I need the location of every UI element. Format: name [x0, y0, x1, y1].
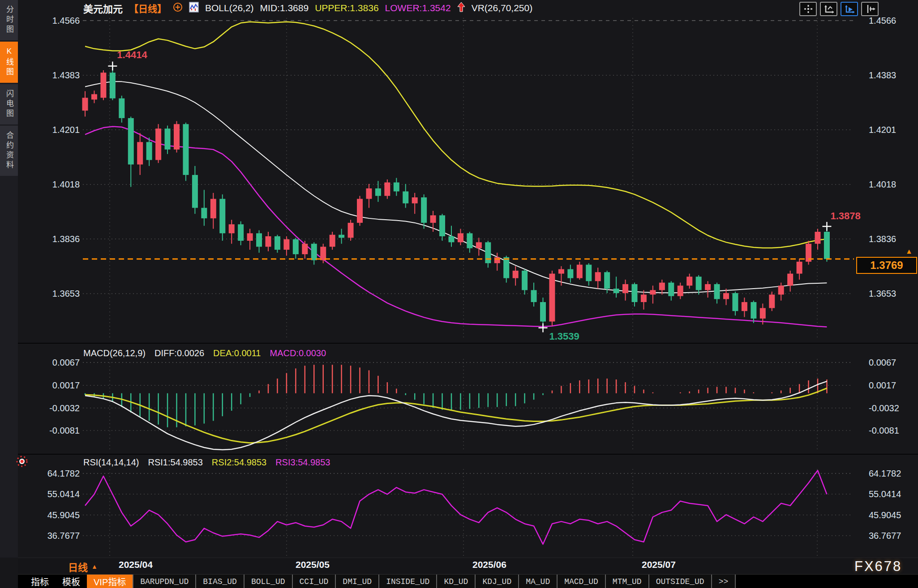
price-marker-cross — [539, 324, 548, 332]
indicator-tab-boll_ud[interactable]: BOLL_UD — [244, 575, 292, 588]
chart-canvas[interactable] — [0, 0, 918, 588]
x-axis-month-label: 2025/06 — [472, 559, 506, 570]
sidebar-item-label: K线图 — [0, 47, 18, 77]
rsi3-value: RSI3:54.9853 — [275, 457, 330, 468]
autoscale-button[interactable] — [841, 2, 858, 16]
indicator-tab-barupdn_ud[interactable]: BARUPDN_UD — [133, 575, 195, 588]
macd-histogram — [85, 365, 827, 427]
axis-shift-button[interactable] — [861, 2, 879, 16]
candlestick-series — [82, 66, 830, 328]
sidebar: 分时图K线图闪电图合约资料 — [0, 0, 18, 558]
rsi-line — [85, 470, 827, 544]
sidebar-item-label: 合约资料 — [0, 131, 18, 170]
axis-range-button[interactable] — [820, 2, 837, 16]
sidebar-item-0[interactable]: 分时图 — [0, 0, 18, 40]
x-axis-row — [18, 558, 918, 575]
rsi-title: RSI(14,14,14) — [83, 457, 139, 468]
sidebar-item-label: 闪电图 — [0, 89, 18, 119]
panel-divider — [18, 454, 918, 455]
month-gridlines — [110, 18, 817, 556]
macd-diff-line — [85, 381, 827, 450]
caret-up-icon: ▲ — [905, 247, 913, 256]
macd-dea-line — [85, 388, 827, 443]
brand-watermark: FX678 — [854, 558, 902, 575]
alarm-dot-icon[interactable] — [15, 455, 29, 470]
chart-header: 美元加元 【日线】 BOLL(26,2) MID:1.3689 UPPER:1.… — [83, 1, 532, 15]
boll-mid-value: MID:1.3689 — [260, 3, 309, 13]
timeframe-selector[interactable]: 日线 ▲ — [68, 559, 98, 574]
price-marker-cross — [822, 222, 831, 231]
indicator-tab-kd_ud[interactable]: KD_UD — [436, 575, 475, 588]
indicator-tab-kdj_ud[interactable]: KDJ_UD — [475, 575, 518, 588]
symbol-name: 美元加元 — [83, 1, 123, 15]
boll-upper-line — [85, 22, 827, 248]
macd-panel-header: MACD(26,12,9) DIFF:0.0026 DEA:0.0011 MAC… — [83, 348, 326, 358]
price-marker-cross — [108, 62, 117, 71]
sidebar-item-1[interactable]: K线图 — [0, 42, 18, 83]
vr-title: VR(26,70,250) — [472, 3, 533, 13]
indicator-tab-[interactable]: 指标 — [24, 575, 56, 588]
indicator-tab-dmi_ud[interactable]: DMI_UD — [335, 575, 378, 588]
caret-up-icon: ▲ — [91, 563, 98, 570]
current-price-box: 1.3769 — [856, 257, 917, 274]
indicator-tab-vip[interactable]: VIP指标 — [87, 575, 133, 588]
period-tag[interactable]: 【日线】 — [129, 1, 167, 15]
indicator-tab-[interactable]: 模板 — [56, 575, 87, 588]
indicator-tab-mtm_ud[interactable]: MTM_UD — [605, 575, 648, 588]
macd-title: MACD(26,12,9) — [83, 348, 146, 358]
macd-macd-value: MACD:0.0030 — [270, 348, 326, 358]
indicator-tab-bias_ud[interactable]: BIAS_UD — [195, 575, 244, 588]
indicator-tab-macd_ud[interactable]: MACD_UD — [557, 575, 605, 588]
sidebar-item-label: 分时图 — [0, 5, 18, 35]
red-up-arrow-icon — [457, 2, 465, 15]
sidebar-item-3[interactable]: 合约资料 — [0, 126, 18, 176]
x-axis-month-label: 2025/05 — [296, 559, 330, 570]
sidebar-item-2[interactable]: 闪电图 — [0, 84, 18, 124]
rsi1-value: RSI1:54.9853 — [148, 457, 203, 468]
rsi-panel-header: RSI(14,14,14) RSI1:54.9853 RSI2:54.9853 … — [83, 457, 330, 468]
crosshair-button[interactable] — [799, 2, 817, 16]
plus-circle-icon[interactable] — [173, 2, 183, 14]
timeframe-label: 日线 — [68, 559, 88, 574]
x-axis-month-label: 2025/07 — [642, 559, 676, 570]
panel-divider — [18, 343, 918, 344]
mini-chart-icon[interactable] — [189, 2, 199, 15]
boll-upper-value: UPPER:1.3836 — [315, 3, 378, 13]
x-axis-month-label: 2025/04 — [119, 559, 153, 570]
indicator-tab-outside_ud[interactable]: OUTSIDE_UD — [648, 575, 711, 588]
indicator-tab-[interactable]: >> — [711, 575, 736, 588]
indicator-tab-ma_ud[interactable]: MA_UD — [518, 575, 557, 588]
macd-dea-value: DEA:0.0011 — [213, 348, 261, 358]
rsi2-value: RSI2:54.9853 — [212, 457, 266, 468]
trading-app-window: 分时图K线图闪电图合约资料 美元加元 【日线】 BOLL(26,2) MID:1… — [0, 0, 918, 588]
indicator-tab-cci_ud[interactable]: CCI_UD — [292, 575, 335, 588]
boll-lower-value: LOWER:1.3542 — [385, 3, 451, 13]
indicator-tab-inside_ud[interactable]: INSIDE_UD — [378, 575, 436, 588]
chart-toolbar — [799, 2, 879, 16]
indicator-tab-bar: 指标模板VIP指标BARUPDN_UDBIAS_UDBOLL_UDCCI_UDD… — [18, 574, 918, 588]
macd-diff-value: DIFF:0.0026 — [154, 348, 204, 358]
boll-title: BOLL(26,2) — [205, 3, 254, 13]
